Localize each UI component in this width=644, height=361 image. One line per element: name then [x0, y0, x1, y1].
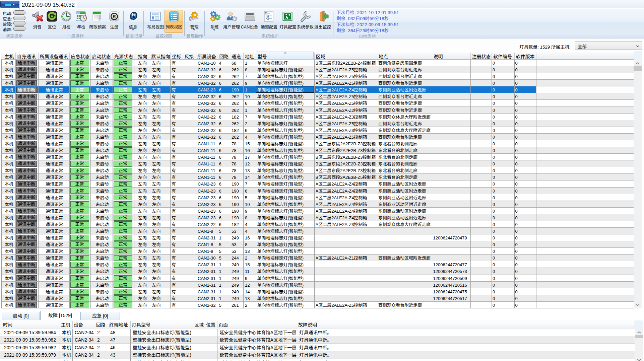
svg-text:R: R	[113, 14, 116, 19]
